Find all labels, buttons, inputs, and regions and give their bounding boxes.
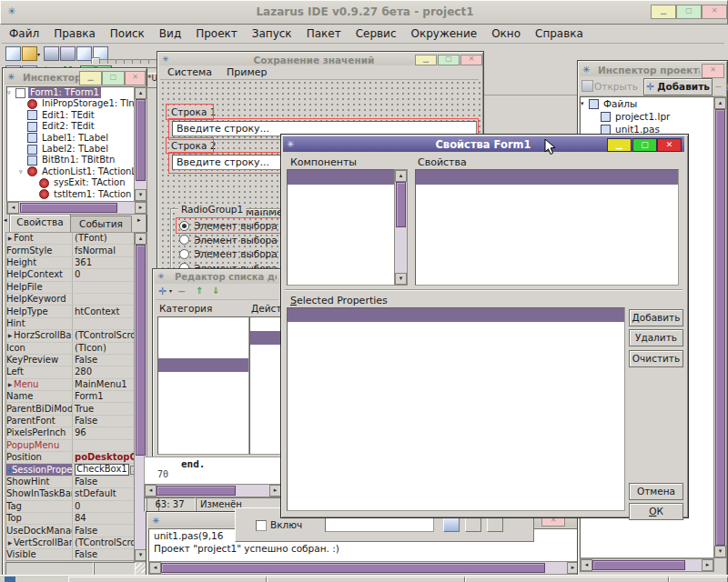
action-item[interactable] (250, 358, 283, 372)
property-row[interactable]: Hint (6, 318, 135, 330)
property-row[interactable]: HelpContext 0 (6, 269, 135, 281)
menu-item[interactable]: Сервис (349, 25, 404, 42)
pi-tree-item[interactable]: ▾Файлы (581, 97, 713, 110)
pi-hscrollbar[interactable] (580, 558, 714, 572)
filter-button[interactable] (443, 517, 460, 532)
component-list-item[interactable] (288, 256, 395, 270)
property-row[interactable]: Name Form1 (6, 391, 135, 403)
menu-item[interactable]: Пакет (299, 25, 349, 42)
oi-tree-item[interactable]: tstItem1: TAction (7, 189, 135, 200)
selected-property-item[interactable] (288, 435, 624, 448)
property-row[interactable]: +SessionPropert CheckBox1... (6, 464, 135, 476)
component-list-item[interactable] (288, 185, 395, 199)
oi-tree-item[interactable]: ▿Form1: TForm1 (7, 87, 135, 98)
property-list-item[interactable] (416, 198, 678, 213)
designer-menu-item[interactable]: Система (160, 65, 219, 79)
property-list-item[interactable] (416, 213, 678, 227)
property-row[interactable]: Visible False (6, 549, 135, 561)
selected-property-item[interactable] (288, 322, 624, 336)
dialog-minimize-button[interactable]: ▁ (607, 138, 632, 152)
oi-tabs-scroll-right-icon[interactable]: ▸ (137, 216, 141, 224)
oi-tabs-scroll-left-icon[interactable]: ◂ (4, 216, 7, 224)
property-row[interactable]: ▶HorzScrollBar (TControlScrollB (6, 330, 135, 342)
menu-item[interactable]: Поиск (103, 25, 152, 42)
pi-remove-button[interactable]: − Удал (714, 79, 728, 94)
maximize-button[interactable]: ▢ (676, 5, 702, 19)
source-hscrollbar[interactable] (144, 484, 282, 497)
taskbar-window-button[interactable] (465, 577, 669, 582)
menu-item[interactable]: Файл (2, 25, 46, 42)
designer-close-button[interactable]: ✕ (460, 55, 482, 65)
designer-minimize-button[interactable]: ▁ (415, 55, 437, 65)
property-row[interactable]: Top 84 (6, 513, 135, 525)
pi-close-button[interactable]: ✕ (702, 64, 724, 78)
property-row[interactable]: Left 280 (6, 366, 135, 378)
component-list-item[interactable] (288, 198, 395, 213)
menu-item[interactable]: Вид (152, 25, 188, 42)
new-unit-icon[interactable] (5, 46, 21, 61)
selected-property-item[interactable] (288, 308, 624, 322)
save-all-icon[interactable] (60, 46, 76, 61)
oi-tab-properties[interactable]: Свойства (9, 214, 71, 232)
action-item[interactable] (250, 345, 283, 358)
property-row[interactable]: ShowInTaskBar stDefault (6, 488, 135, 500)
save-icon[interactable] (44, 46, 59, 61)
category-item[interactable] (158, 358, 248, 372)
property-row[interactable]: PixelsPerInch 96 (6, 427, 135, 439)
oi-tree-vscrollbar[interactable] (134, 86, 147, 202)
open-dropdown-icon[interactable]: ▾ (37, 51, 40, 57)
selected-property-item[interactable] (288, 392, 624, 406)
property-row[interactable]: PopupMenu (6, 440, 135, 452)
oi-tree-item[interactable]: ▿ActionList1: TActionList (7, 166, 135, 177)
menu-item[interactable]: Справка (528, 25, 591, 42)
messages-hscrollbar[interactable] (148, 561, 580, 575)
designer-maximize-button[interactable]: ▢ (438, 55, 460, 65)
selected-property-item[interactable] (288, 350, 624, 364)
action-item[interactable] (250, 331, 283, 345)
category-item[interactable] (158, 331, 248, 345)
delete-button[interactable]: Удалить (629, 329, 683, 346)
filter-checkbox[interactable] (256, 520, 267, 531)
oi-tree-item[interactable]: IniPropStorage1: TIniPropSt (7, 98, 135, 109)
filter-input[interactable] (325, 517, 434, 532)
oi-tree-item[interactable]: Edit1: TEdit (7, 110, 135, 121)
oi-maximize-button[interactable]: ▢ (102, 71, 125, 85)
source-code-area[interactable]: 70 end. (144, 457, 282, 485)
oi-close-button[interactable]: ✕ (125, 71, 146, 85)
component-list-item[interactable] (288, 213, 395, 227)
close-button[interactable]: ✕ (702, 5, 727, 19)
oi-tree-item[interactable]: Label1: TLabel (7, 133, 135, 144)
move-up-icon[interactable]: ⇑ (196, 286, 203, 296)
oi-tree-item[interactable]: Label2: TLabel (7, 144, 135, 155)
new-form-icon[interactable] (76, 46, 92, 61)
remove-action-icon[interactable]: − (177, 286, 186, 297)
menu-item[interactable]: Окружение (403, 25, 484, 42)
pi-add-button[interactable]: ✛ Добавить (643, 78, 713, 95)
property-row[interactable]: Height 361 (6, 257, 135, 269)
dialog-maximize-button[interactable]: ▢ (632, 138, 657, 152)
component-list-item[interactable] (288, 170, 395, 185)
dialog-close-button[interactable]: ✕ (657, 138, 682, 152)
selected-property-item[interactable] (288, 365, 624, 378)
add-button[interactable]: Добавить (629, 309, 683, 326)
oi-tree-hscrollbar[interactable] (6, 201, 147, 215)
category-item[interactable] (158, 317, 248, 331)
property-row[interactable]: ShowHint False (6, 477, 135, 488)
components-vscrollbar[interactable] (394, 169, 408, 286)
filter-button[interactable] (465, 517, 481, 532)
designer-menu-item[interactable]: Пример (219, 65, 274, 79)
oi-tree-item[interactable]: BitBtn1: TBitBtn (7, 155, 135, 166)
taskbar-window-button[interactable] (68, 577, 267, 582)
filter-button[interactable] (487, 517, 503, 532)
property-list-item[interactable] (416, 170, 678, 185)
menu-item[interactable]: Окно (484, 25, 528, 42)
property-row[interactable]: ParentBiDiMode True (6, 403, 135, 415)
property-row[interactable]: FormStyle fsNormal (6, 245, 135, 256)
taskbar-window-button[interactable] (669, 577, 728, 582)
component-list-item[interactable] (288, 241, 395, 256)
selected-property-item[interactable] (288, 336, 624, 350)
property-row[interactable]: ParentFont False (6, 416, 135, 427)
clear-button[interactable]: Очистить (629, 350, 683, 367)
taskbar-app-icon[interactable] (5, 577, 15, 582)
oi-resize-grip[interactable] (136, 563, 146, 573)
